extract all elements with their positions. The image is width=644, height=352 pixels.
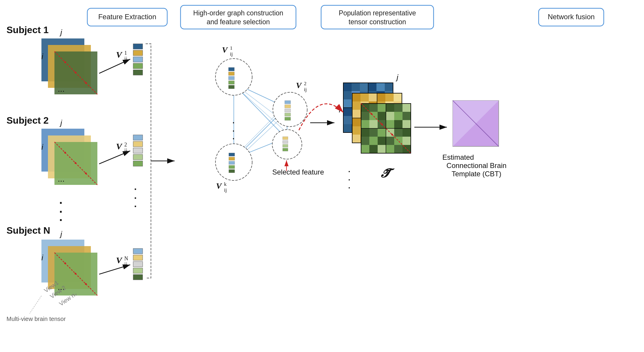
stage-feature-extraction-label: Feature Extraction (98, 13, 156, 21)
svg-rect-148 (402, 112, 411, 120)
svg-point-9 (64, 61, 66, 63)
svg-rect-169 (378, 145, 386, 153)
node-v1-sup: 1 (230, 45, 233, 51)
svg-rect-35 (133, 248, 143, 254)
svg-rect-146 (386, 112, 394, 120)
node-vk-sup: k (224, 181, 227, 187)
v1-sup: 1 (124, 50, 127, 56)
svg-rect-56 (283, 141, 288, 143)
node-v2-sup: 2 (304, 81, 307, 86)
svg-rect-157 (378, 128, 386, 137)
cbt-label-estimated: Estimated (442, 153, 474, 161)
svg-rect-48 (285, 113, 291, 116)
stage-high-order-label1: High-order graph construction (193, 9, 283, 17)
svg-rect-160 (402, 128, 411, 137)
svg-rect-159 (394, 128, 402, 137)
svg-rect-43 (228, 81, 234, 84)
svg-rect-140 (386, 104, 394, 112)
svg-rect-47 (285, 109, 291, 112)
node-v2-sub: ij (304, 87, 307, 92)
subject-n-label: Subject N (7, 225, 50, 236)
svg-rect-142 (402, 104, 411, 112)
selected-feature-label: Selected feature (272, 168, 324, 176)
svg-rect-167 (361, 145, 369, 153)
svg-rect-98 (352, 93, 360, 101)
svg-rect-163 (378, 137, 386, 145)
svg-point-177 (381, 123, 383, 125)
v1-sub: ij (124, 56, 127, 62)
multiview-label: Multi-view brain tensor (7, 316, 66, 322)
subject-1-label: Subject 1 (7, 25, 49, 35)
svg-rect-46 (285, 105, 291, 108)
svg-rect-147 (394, 112, 402, 120)
svg-rect-57 (283, 144, 288, 147)
vn-label: V (116, 255, 123, 265)
svg-rect-128 (352, 135, 360, 143)
svg-rect-63 (376, 83, 385, 91)
svg-rect-23 (133, 135, 143, 140)
svg-rect-52 (229, 161, 235, 164)
vertical-dots3: · (59, 214, 62, 227)
svg-rect-99 (360, 93, 369, 101)
svg-rect-59 (343, 83, 352, 91)
svg-rect-101 (377, 93, 385, 101)
cbt-label-template: Template (CBT) (452, 170, 501, 178)
svg-rect-104 (352, 101, 360, 110)
svg-rect-110 (352, 110, 360, 118)
svg-rect-60 (352, 83, 360, 91)
svg-point-31 (64, 262, 66, 264)
svg-point-10 (75, 72, 76, 73)
svg-rect-77 (343, 108, 352, 116)
t-tilde-label: 𝒯̃ (380, 167, 395, 180)
svg-rect-83 (343, 116, 352, 124)
svg-rect-153 (394, 120, 402, 128)
svg-point-21 (75, 162, 76, 164)
svg-rect-62 (368, 83, 376, 91)
svg-rect-116 (352, 118, 360, 126)
svg-rect-50 (229, 153, 235, 156)
node-v1-label: V (222, 45, 228, 54)
svg-rect-156 (369, 128, 378, 137)
svg-rect-103 (394, 93, 402, 101)
svg-line-34 (30, 296, 41, 314)
svg-rect-143 (361, 112, 369, 120)
svg-rect-141 (394, 104, 402, 112)
dashed-bracket (146, 44, 151, 278)
svg-point-11 (85, 82, 87, 84)
svg-point-22 (85, 172, 87, 174)
svg-rect-51 (229, 157, 235, 160)
dots-s2: ... (58, 174, 65, 183)
svg-rect-44 (228, 85, 234, 89)
svg-rect-24 (133, 141, 143, 147)
v2-sub: ij (124, 148, 127, 154)
svg-rect-12 (133, 44, 143, 49)
j-label-sn: j (59, 230, 62, 238)
svg-rect-64 (385, 83, 393, 91)
svg-rect-14 (133, 57, 143, 62)
svg-rect-168 (369, 145, 378, 153)
svg-rect-42 (228, 76, 234, 80)
node-vk-label: V (216, 181, 222, 190)
svg-rect-54 (229, 169, 235, 173)
svg-rect-161 (361, 137, 369, 145)
main-diagram: { "title": "Brain connectivity pipeline … (0, 0, 644, 352)
svg-rect-40 (228, 67, 234, 71)
v1-label: V (116, 50, 123, 59)
svg-rect-36 (133, 255, 143, 260)
svg-rect-171 (394, 145, 402, 153)
svg-rect-139 (378, 104, 386, 112)
j-label-s2: j (59, 118, 62, 127)
tensor-dots3: · (348, 181, 351, 193)
svg-rect-39 (133, 275, 143, 280)
svg-rect-100 (369, 93, 377, 101)
diagram-svg: Feature Extraction High-order graph cons… (0, 0, 644, 352)
svg-rect-16 (133, 70, 143, 75)
svg-point-32 (75, 273, 76, 275)
svg-rect-15 (133, 63, 143, 69)
svg-rect-166 (402, 137, 411, 145)
svg-rect-53 (229, 165, 235, 169)
net-dots3: · (232, 132, 235, 144)
vn-sup: N (124, 256, 128, 261)
svg-rect-152 (386, 120, 394, 128)
subject-2-label: Subject 2 (7, 115, 49, 126)
